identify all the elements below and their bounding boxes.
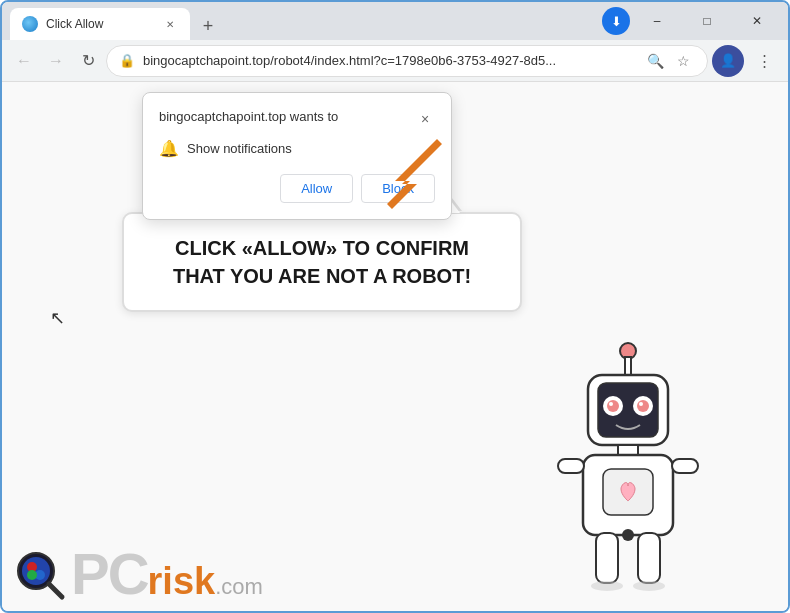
mouse-cursor: ↖ bbox=[50, 307, 65, 329]
url-bar[interactable]: 🔒 bingocaptchapoint.top/robot4/index.htm… bbox=[106, 45, 708, 77]
tab-favicon-icon bbox=[22, 16, 38, 32]
window-controls: – □ ✕ bbox=[634, 5, 780, 37]
svg-line-27 bbox=[49, 584, 62, 597]
search-icon[interactable]: 🔍 bbox=[643, 49, 667, 73]
svg-point-26 bbox=[27, 570, 37, 580]
arrow-indicator bbox=[372, 134, 452, 218]
logo-risk-text: risk bbox=[148, 562, 216, 600]
forward-button[interactable]: → bbox=[42, 47, 70, 75]
menu-button[interactable]: ⋮ bbox=[748, 45, 780, 77]
security-lock-icon: 🔒 bbox=[119, 53, 135, 68]
svg-point-7 bbox=[607, 400, 619, 412]
allow-button[interactable]: Allow bbox=[280, 174, 353, 203]
bell-icon: 🔔 bbox=[159, 139, 179, 158]
tab-close-button[interactable]: ✕ bbox=[162, 16, 178, 32]
svg-point-20 bbox=[633, 581, 665, 591]
svg-rect-18 bbox=[638, 533, 660, 583]
svg-point-23 bbox=[22, 557, 50, 585]
svg-point-11 bbox=[639, 402, 643, 406]
back-button[interactable]: ← bbox=[10, 47, 38, 75]
downloads-icon[interactable]: ⬇ bbox=[602, 7, 630, 35]
browser-window: Click Allow ✕ + ⬇ – □ ✕ ← → ↻ 🔒 bingocap… bbox=[0, 0, 790, 613]
logo-com-text: .com bbox=[215, 574, 263, 600]
popup-header: bingocaptchapoint.top wants to × bbox=[159, 109, 435, 129]
cta-text: CLICK «ALLOW» TO CONFIRM THAT YOU ARE NO… bbox=[154, 234, 490, 290]
logo-text-area: PCrisk.com bbox=[71, 545, 263, 603]
svg-point-19 bbox=[591, 581, 623, 591]
robot-illustration bbox=[528, 331, 728, 611]
cta-bubble: CLICK «ALLOW» TO CONFIRM THAT YOU ARE NO… bbox=[122, 212, 522, 312]
svg-rect-17 bbox=[596, 533, 618, 583]
browser-tab[interactable]: Click Allow ✕ bbox=[10, 8, 190, 40]
svg-point-8 bbox=[609, 402, 613, 406]
title-bar: Click Allow ✕ + ⬇ – □ ✕ bbox=[2, 2, 788, 40]
svg-rect-15 bbox=[558, 459, 584, 473]
bookmark-icon[interactable]: ☆ bbox=[671, 49, 695, 73]
svg-marker-1 bbox=[387, 139, 442, 209]
arrow-icon bbox=[372, 134, 452, 214]
url-text: bingocaptchapoint.top/robot4/index.html?… bbox=[143, 53, 635, 68]
minimize-button[interactable]: – bbox=[634, 5, 680, 37]
address-bar: ← → ↻ 🔒 bingocaptchapoint.top/robot4/ind… bbox=[2, 40, 788, 82]
reload-button[interactable]: ↻ bbox=[74, 47, 102, 75]
page-content: bingocaptchapoint.top wants to × 🔔 Show … bbox=[2, 82, 788, 611]
profile-button[interactable]: 👤 bbox=[712, 45, 744, 77]
popup-site-text: bingocaptchapoint.top wants to bbox=[159, 109, 415, 124]
show-notifications-label: Show notifications bbox=[187, 141, 292, 156]
tab-area: Click Allow ✕ + bbox=[10, 2, 598, 40]
new-tab-button[interactable]: + bbox=[194, 12, 222, 40]
tab-title: Click Allow bbox=[46, 17, 154, 31]
popup-close-button[interactable]: × bbox=[415, 109, 435, 129]
svg-point-10 bbox=[637, 400, 649, 412]
pcrisk-logo: PCrisk.com bbox=[12, 545, 263, 603]
svg-rect-16 bbox=[672, 459, 698, 473]
close-button[interactable]: ✕ bbox=[734, 5, 780, 37]
robot-svg bbox=[528, 331, 728, 611]
maximize-button[interactable]: □ bbox=[684, 5, 730, 37]
url-action-icons: 🔍 ☆ bbox=[643, 49, 695, 73]
svg-point-21 bbox=[622, 529, 634, 541]
logo-pc-text: PC bbox=[71, 545, 148, 603]
magnifier-icon bbox=[12, 547, 67, 602]
